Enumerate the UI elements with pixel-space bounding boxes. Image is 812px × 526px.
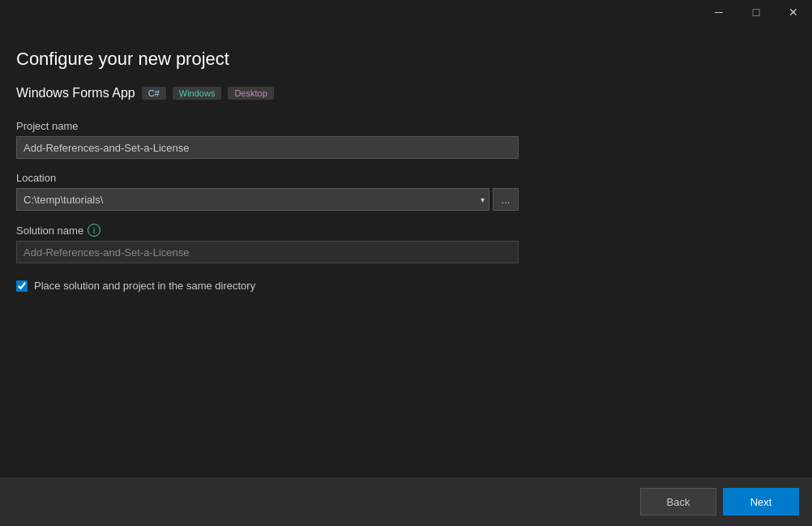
tag-csharp: C# — [142, 87, 166, 100]
solution-name-label: Solution name — [16, 225, 83, 237]
same-directory-row: Place solution and project in the same d… — [16, 280, 519, 292]
location-group: Location C:\temp\tutorials\ ▾ ... — [16, 172, 519, 211]
browse-button[interactable]: ... — [493, 188, 519, 211]
location-select-wrapper: C:\temp\tutorials\ ▾ — [16, 188, 489, 211]
project-name-label: Project name — [16, 120, 519, 132]
title-bar: ─ □ ✕ — [700, 0, 812, 24]
subtitle-row: Windows Forms App C# Windows Desktop — [16, 86, 796, 100]
tag-windows: Windows — [173, 87, 222, 100]
page-title: Configure your new project — [16, 49, 796, 70]
bottom-bar: Back Next — [0, 477, 812, 526]
maximize-button[interactable]: □ — [737, 0, 775, 24]
project-type-label: Windows Forms App — [16, 86, 135, 100]
solution-name-input[interactable] — [16, 241, 519, 263]
back-button[interactable]: Back — [640, 488, 716, 515]
form-section: Project name Location C:\temp\tutorials\… — [16, 120, 519, 292]
project-name-input[interactable] — [16, 136, 519, 159]
minimize-button[interactable]: ─ — [700, 0, 737, 24]
location-select[interactable]: C:\temp\tutorials\ — [16, 188, 489, 211]
main-content: Configure your new project Windows Forms… — [0, 24, 812, 526]
same-directory-checkbox[interactable] — [16, 280, 28, 292]
location-row: C:\temp\tutorials\ ▾ ... — [16, 188, 519, 211]
next-button[interactable]: Next — [723, 488, 799, 515]
same-directory-label[interactable]: Place solution and project in the same d… — [34, 280, 255, 292]
project-name-group: Project name — [16, 120, 519, 159]
close-button[interactable]: ✕ — [775, 0, 812, 24]
tag-desktop: Desktop — [228, 87, 273, 100]
location-label: Location — [16, 172, 519, 184]
info-icon[interactable]: i — [88, 224, 100, 237]
solution-name-label-row: Solution name i — [16, 224, 519, 237]
solution-name-group: Solution name i — [16, 224, 519, 263]
